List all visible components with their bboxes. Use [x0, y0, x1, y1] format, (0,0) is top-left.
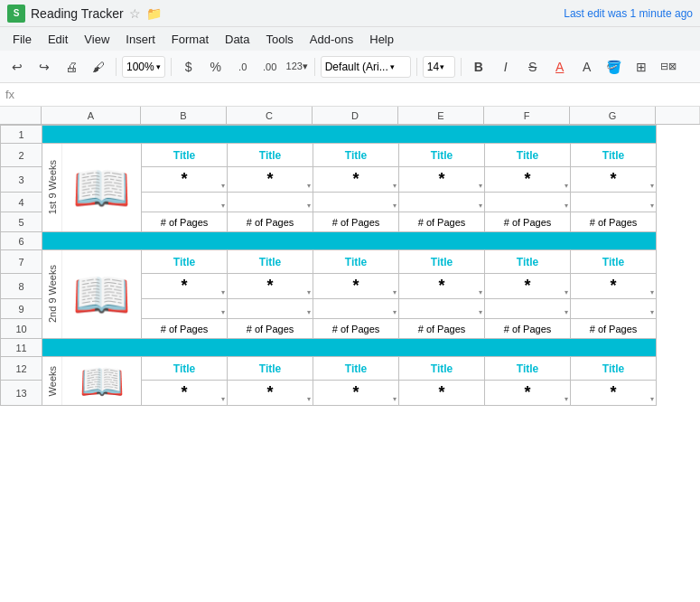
cell-f8[interactable]: * ▾ [485, 274, 571, 299]
cell-d3[interactable]: * ▾ [313, 167, 399, 193]
cell-d9[interactable]: ▾ [313, 299, 399, 319]
percent-button[interactable]: % [204, 55, 228, 79]
cell-d8[interactable]: * ▾ [313, 274, 399, 299]
decimal-decrease-button[interactable]: .0 [231, 55, 255, 79]
col-header-a[interactable]: A [42, 107, 141, 124]
menu-addons[interactable]: Add-ons [303, 31, 360, 48]
col-header-g[interactable]: G [570, 107, 656, 124]
col-header-b[interactable]: B [141, 107, 227, 124]
cell-book-1[interactable]: 1st 9 Weeks 📖 [42, 144, 142, 232]
rownum-12[interactable]: 12 [1, 357, 42, 381]
cell-b2[interactable]: Title [142, 144, 228, 167]
col-header-c[interactable]: C [227, 107, 313, 124]
rownum-10[interactable]: 10 [1, 319, 42, 339]
cell-c4[interactable]: ▾ [228, 193, 313, 212]
cell-d4[interactable]: ▾ [313, 193, 399, 212]
strikethrough-button[interactable]: S [521, 55, 545, 79]
cell-teal-1[interactable] [42, 126, 657, 144]
cell-b3[interactable]: * ▾ [142, 167, 228, 193]
cell-c3[interactable]: * ▾ [228, 167, 313, 193]
col-header-e[interactable]: E [398, 107, 484, 124]
cell-b13[interactable]: * ▾ [142, 381, 228, 406]
rownum-6[interactable]: 6 [1, 232, 42, 250]
menu-insert[interactable]: Insert [118, 31, 163, 48]
cell-e9[interactable]: ▾ [399, 299, 485, 319]
paintformat-button[interactable]: 🖌 [87, 55, 110, 79]
col-header-f[interactable]: F [484, 107, 570, 124]
cell-f12[interactable]: Title [485, 357, 571, 381]
cell-d2[interactable]: Title [313, 144, 399, 167]
cell-g8[interactable]: * ▾ [571, 274, 657, 299]
cell-c7[interactable]: Title [228, 250, 313, 274]
cell-e4[interactable]: ▾ [399, 193, 485, 212]
cell-d12[interactable]: Title [313, 357, 399, 381]
print-button[interactable]: 🖨 [60, 55, 83, 79]
cell-f3[interactable]: * ▾ [485, 167, 571, 193]
menu-tools[interactable]: Tools [258, 31, 300, 48]
cell-b7[interactable]: Title [142, 250, 228, 274]
zoom-selector[interactable]: 100% ▾ [122, 56, 165, 78]
cell-f5[interactable]: # of Pages [485, 212, 571, 232]
rownum-11[interactable]: 11 [1, 339, 42, 357]
undo-button[interactable]: ↩ [5, 55, 29, 79]
cell-e8[interactable]: * ▾ [399, 274, 485, 299]
cell-teal-6[interactable] [42, 232, 657, 250]
more-formats-button[interactable]: 123▾ [285, 55, 309, 79]
rownum-5[interactable]: 5 [1, 212, 42, 232]
cell-f13[interactable]: * ▾ [485, 381, 571, 406]
decimal-increase-button[interactable]: .00 [258, 55, 282, 79]
col-header-d[interactable]: D [313, 107, 398, 124]
cell-e10[interactable]: # of Pages [399, 319, 485, 339]
cell-f4[interactable]: ▾ [485, 193, 571, 212]
cell-c13[interactable]: * ▾ [228, 381, 313, 406]
cell-g5[interactable]: # of Pages [571, 212, 657, 232]
last-edit-info[interactable]: Last edit was 1 minute ago [564, 7, 693, 20]
menu-file[interactable]: File [5, 31, 39, 48]
cell-c2[interactable]: Title [228, 144, 313, 167]
cell-f7[interactable]: Title [485, 250, 571, 274]
fontsize-selector[interactable]: 14 ▾ [423, 56, 455, 78]
rownum-8[interactable]: 8 [1, 274, 42, 299]
cell-b12[interactable]: Title [142, 357, 228, 381]
cell-g9[interactable]: ▾ [571, 299, 657, 319]
rownum-4[interactable]: 4 [1, 193, 42, 212]
cell-d7[interactable]: Title [313, 250, 399, 274]
merge-button[interactable]: ⊟⊠ [657, 55, 680, 79]
cell-book-2[interactable]: 2nd 9 Weeks 📖 [42, 250, 142, 339]
cell-d5[interactable]: # of Pages [313, 212, 399, 232]
cell-d10[interactable]: # of Pages [313, 319, 399, 339]
redo-button[interactable]: ↪ [33, 55, 56, 79]
cell-g10[interactable]: # of Pages [571, 319, 657, 339]
cell-f9[interactable]: ▾ [485, 299, 571, 319]
rownum-3[interactable]: 3 [1, 167, 42, 193]
cell-teal-11[interactable] [42, 339, 657, 357]
text-color-button[interactable]: A [575, 55, 599, 79]
borders-button[interactable]: ⊞ [630, 55, 653, 79]
cell-g13[interactable]: * ▾ [571, 381, 657, 406]
cell-c10[interactable]: # of Pages [228, 319, 313, 339]
cell-c5[interactable]: # of Pages [228, 212, 313, 232]
underline-button[interactable]: A [548, 55, 572, 79]
cell-f2[interactable]: Title [485, 144, 571, 167]
cell-b4[interactable]: ▾ [142, 193, 228, 212]
rownum-9[interactable]: 9 [1, 299, 42, 319]
menu-view[interactable]: View [77, 31, 117, 48]
cell-e2[interactable]: Title [399, 144, 485, 167]
folder-icon[interactable]: 📁 [146, 6, 162, 21]
formula-input[interactable] [20, 88, 695, 101]
fill-color-button[interactable]: 🪣 [602, 55, 626, 79]
menu-format[interactable]: Format [164, 31, 216, 48]
dd-b3[interactable]: ▾ [221, 182, 225, 190]
star-icon[interactable]: ☆ [129, 6, 141, 21]
menu-edit[interactable]: Edit [41, 31, 75, 48]
cell-c9[interactable]: ▾ [228, 299, 313, 319]
bold-button[interactable]: B [467, 55, 490, 79]
cell-e3[interactable]: * ▾ [399, 167, 485, 193]
cell-b8[interactable]: * ▾ [142, 274, 228, 299]
cell-e7[interactable]: Title [399, 250, 485, 274]
rownum-2[interactable]: 2 [1, 144, 42, 167]
cell-g2[interactable]: Title [571, 144, 657, 167]
menu-help[interactable]: Help [362, 31, 401, 48]
cell-e13[interactable]: * [399, 381, 485, 406]
italic-button[interactable]: I [494, 55, 518, 79]
